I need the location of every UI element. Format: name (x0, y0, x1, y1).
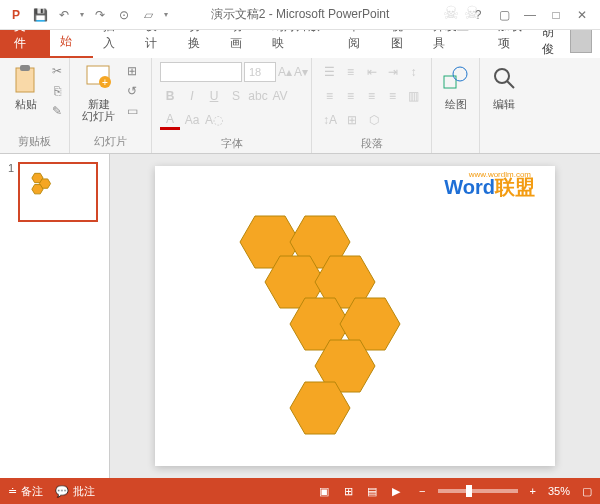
group-paragraph: ☰ ≡ ⇤ ⇥ ↕ ≡ ≡ ≡ ≡ ▥ ↕A ⊞ ⬡ 段落 (312, 58, 432, 153)
redo-icon[interactable]: ↷ (92, 7, 108, 23)
font-size-select[interactable] (244, 62, 276, 82)
line-spacing-icon[interactable]: ↕ (404, 62, 423, 82)
editing-button[interactable]: 编辑 (488, 62, 520, 112)
blank-icon[interactable]: ▱ (140, 7, 156, 23)
text-direction-icon[interactable]: ↕A (320, 110, 340, 130)
normal-view-icon[interactable]: ▣ (313, 482, 335, 500)
svg-point-7 (495, 69, 509, 83)
maximize-icon[interactable]: □ (546, 5, 566, 25)
font-name-select[interactable] (160, 62, 242, 82)
section-icon[interactable]: ▭ (123, 102, 141, 120)
bullets-icon[interactable]: ☰ (320, 62, 339, 82)
svg-marker-11 (32, 185, 43, 194)
indent-inc-icon[interactable]: ⇥ (383, 62, 402, 82)
paste-icon (12, 64, 40, 96)
indent-dec-icon[interactable]: ⇤ (362, 62, 381, 82)
svg-rect-1 (20, 65, 30, 71)
svg-rect-0 (16, 68, 34, 92)
title-bar: P 💾 ↶▾ ↷ ⊙ ▱ ▾ ☠ ☠ 演示文稿2 - Microsoft Pow… (0, 0, 600, 30)
quick-access-toolbar: P 💾 ↶▾ ↷ ⊙ ▱ ▾ (0, 7, 168, 23)
italic-icon[interactable]: I (182, 86, 202, 106)
save-icon[interactable]: 💾 (32, 7, 48, 23)
svg-text:+: + (102, 77, 108, 88)
hexagon-shapes[interactable] (155, 166, 555, 466)
group-drawing: 绘图 (432, 58, 480, 153)
slide-thumbnail[interactable] (18, 162, 98, 222)
status-bar: ≐备注 💬批注 ▣ ⊞ ▤ ▶ − + 35% ▢ (0, 478, 600, 504)
group-label: 段落 (320, 136, 423, 151)
justify-icon[interactable]: ≡ (383, 86, 402, 106)
group-label: 剪贴板 (8, 134, 61, 149)
columns-icon[interactable]: ▥ (404, 86, 423, 106)
group-font: A▴ A▾ B I U S abc AV A Aa A◌ 字体 (152, 58, 312, 153)
avatar[interactable] (570, 29, 592, 53)
watermark-logo: Word联盟 (444, 174, 535, 201)
group-label: 字体 (160, 136, 303, 151)
zoom-slider[interactable] (438, 489, 518, 493)
zoom-level[interactable]: 35% (548, 485, 570, 497)
shadow-icon[interactable]: abc (248, 86, 268, 106)
view-buttons: ▣ ⊞ ▤ ▶ (313, 482, 407, 500)
svg-line-8 (507, 81, 514, 88)
ribbon-tabs: 文件 开始 插入 设计 切换 动画 幻灯片放映 审阅 视图 开发工具 加载项 胡… (0, 30, 600, 58)
minimize-icon[interactable]: — (520, 5, 540, 25)
comments-icon: 💬 (55, 485, 69, 498)
change-case-icon[interactable]: Aa (182, 110, 202, 130)
align-left-icon[interactable]: ≡ (320, 86, 339, 106)
reading-view-icon[interactable]: ▤ (361, 482, 383, 500)
bold-icon[interactable]: B (160, 86, 180, 106)
reset-icon[interactable]: ↺ (123, 82, 141, 100)
spacing-icon[interactable]: AV (270, 86, 290, 106)
underline-icon[interactable]: U (204, 86, 224, 106)
group-editing: 编辑 (480, 58, 528, 153)
ribbon-display-icon[interactable]: ▢ (494, 5, 514, 25)
decorative-skull-icon: ☠ ☠ (443, 2, 480, 24)
find-icon (490, 64, 518, 96)
zoom-out-icon[interactable]: − (419, 485, 425, 497)
comments-button[interactable]: 💬批注 (55, 484, 95, 499)
align-right-icon[interactable]: ≡ (362, 86, 381, 106)
fit-to-window-icon[interactable]: ▢ (582, 485, 592, 498)
notes-button[interactable]: ≐备注 (8, 484, 43, 499)
new-slide-button[interactable]: + 新建 幻灯片 (78, 62, 119, 124)
group-clipboard: 粘贴 ✂ ⎘ ✎ 剪贴板 (0, 58, 70, 153)
align-text-icon[interactable]: ⊞ (342, 110, 362, 130)
numbering-icon[interactable]: ≡ (341, 62, 360, 82)
app-icon[interactable]: P (8, 7, 24, 23)
font-color-icon[interactable]: A (160, 110, 180, 130)
format-painter-icon[interactable]: ✎ (48, 102, 66, 120)
undo-icon[interactable]: ↶ (56, 7, 72, 23)
window-controls: ? ▢ — □ ✕ (468, 5, 600, 25)
slideshow-view-icon[interactable]: ▶ (385, 482, 407, 500)
close-icon[interactable]: ✕ (572, 5, 592, 25)
clear-format-icon[interactable]: A◌ (204, 110, 224, 130)
group-slides: + 新建 幻灯片 ⊞ ↺ ▭ 幻灯片 (70, 58, 152, 153)
group-label: 幻灯片 (78, 134, 143, 149)
zoom-in-icon[interactable]: + (530, 485, 536, 497)
slide-number: 1 (8, 162, 14, 222)
slide-canvas[interactable]: www.wordlm.com Word联盟 (155, 166, 555, 466)
align-center-icon[interactable]: ≡ (341, 86, 360, 106)
ribbon: 粘贴 ✂ ⎘ ✎ 剪贴板 + 新建 幻灯片 ⊞ ↺ ▭ 幻灯片 (0, 58, 600, 154)
cut-icon[interactable]: ✂ (48, 62, 66, 80)
qat-customize-icon[interactable]: ▾ (164, 10, 168, 19)
notes-icon: ≐ (8, 485, 17, 498)
new-slide-icon: + (85, 64, 113, 96)
paste-button[interactable]: 粘贴 (8, 62, 44, 112)
svg-point-6 (453, 67, 467, 81)
sorter-view-icon[interactable]: ⊞ (337, 482, 359, 500)
shrink-font-icon[interactable]: A▾ (294, 62, 308, 82)
layout-icon[interactable]: ⊞ (123, 62, 141, 80)
start-from-beginning-icon[interactable]: ⊙ (116, 7, 132, 23)
thumbnail-panel: 1 (0, 154, 110, 478)
grow-font-icon[interactable]: A▴ (278, 62, 292, 82)
window-title: 演示文稿2 - Microsoft PowerPoint (211, 6, 390, 23)
smartart-icon[interactable]: ⬡ (364, 110, 384, 130)
shapes-icon (442, 64, 470, 96)
drawing-button[interactable]: 绘图 (440, 62, 471, 112)
strikethrough-icon[interactable]: S (226, 86, 246, 106)
workspace: 1 www.wordlm.com Word联盟 (0, 154, 600, 478)
copy-icon[interactable]: ⎘ (48, 82, 66, 100)
canvas-area[interactable]: www.wordlm.com Word联盟 (110, 154, 600, 478)
